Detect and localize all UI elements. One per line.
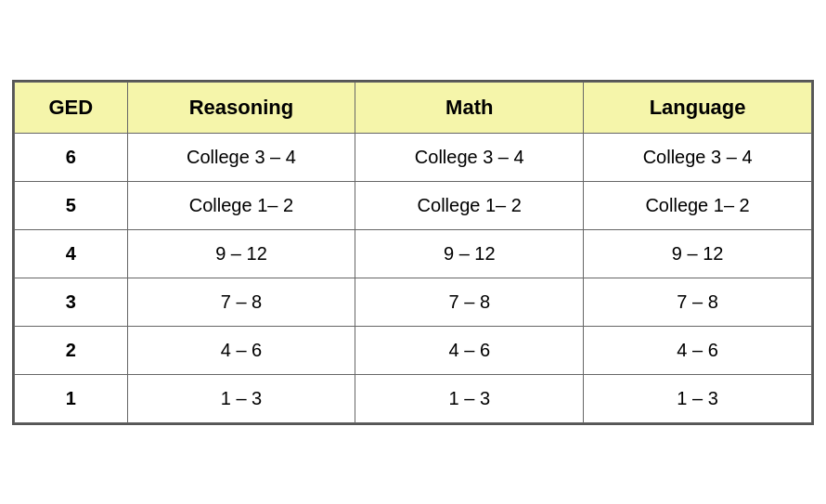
cell-ged-4: 2 (15, 326, 128, 374)
cell-math-4: 4 – 6 (355, 326, 584, 374)
table-row: 5College 1– 2College 1– 2College 1– 2 (15, 181, 812, 229)
header-reasoning: Reasoning (127, 82, 355, 133)
header-ged: GED (15, 82, 128, 133)
table-row: 49 – 129 – 129 – 12 (15, 229, 812, 278)
cell-math-3: 7 – 8 (355, 278, 584, 326)
cell-ged-1: 5 (15, 181, 128, 229)
cell-ged-3: 3 (15, 278, 128, 326)
cell-reasoning-1: College 1– 2 (127, 181, 355, 229)
cell-language-0: College 3 – 4 (584, 133, 812, 181)
cell-math-5: 1 – 3 (355, 374, 584, 422)
cell-language-4: 4 – 6 (584, 326, 812, 374)
cell-reasoning-2: 9 – 12 (127, 229, 355, 278)
cell-language-2: 9 – 12 (584, 229, 812, 278)
header-row: GED Reasoning Math Language (15, 82, 812, 133)
cell-ged-2: 4 (15, 229, 128, 278)
ged-table: GED Reasoning Math Language 6College 3 –… (14, 82, 812, 423)
cell-ged-5: 1 (15, 374, 128, 422)
cell-math-0: College 3 – 4 (355, 133, 584, 181)
cell-reasoning-0: College 3 – 4 (127, 133, 355, 181)
cell-ged-0: 6 (15, 133, 128, 181)
cell-language-3: 7 – 8 (584, 278, 812, 326)
header-language: Language (584, 82, 812, 133)
table-row: 11 – 31 – 31 – 3 (15, 374, 812, 422)
cell-reasoning-5: 1 – 3 (127, 374, 355, 422)
cell-language-5: 1 – 3 (584, 374, 812, 422)
cell-reasoning-3: 7 – 8 (127, 278, 355, 326)
cell-language-1: College 1– 2 (584, 181, 812, 229)
cell-math-2: 9 – 12 (355, 229, 584, 278)
cell-math-1: College 1– 2 (355, 181, 584, 229)
table-row: 24 – 64 – 64 – 6 (15, 326, 812, 374)
table-wrapper: GED Reasoning Math Language 6College 3 –… (12, 80, 814, 425)
table-row: 37 – 87 – 87 – 8 (15, 278, 812, 326)
table-row: 6College 3 – 4College 3 – 4College 3 – 4 (15, 133, 812, 181)
cell-reasoning-4: 4 – 6 (127, 326, 355, 374)
header-math: Math (355, 82, 584, 133)
